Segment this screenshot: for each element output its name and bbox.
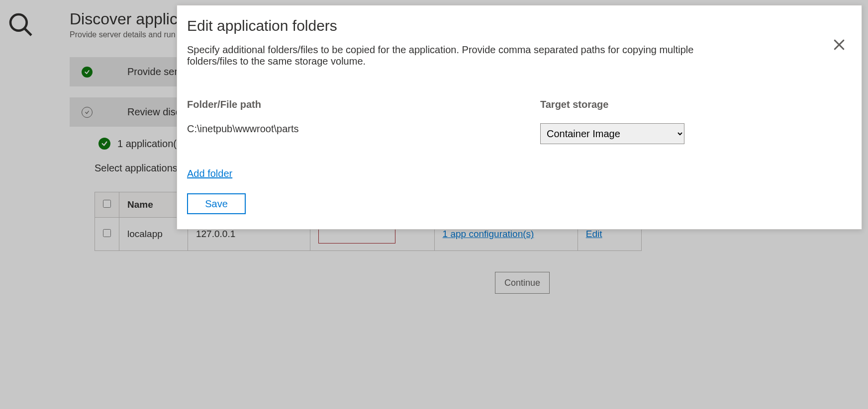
target-storage-label: Target storage (540, 99, 684, 110)
modal-overlay: Edit application folders Specify additio… (0, 0, 868, 409)
edit-application-folders-dialog: Edit application folders Specify additio… (177, 5, 862, 230)
dialog-title: Edit application folders (187, 17, 848, 34)
close-icon[interactable] (832, 37, 847, 52)
dialog-description: Specify additional folders/files to be c… (187, 44, 714, 67)
save-button[interactable]: Save (187, 193, 246, 214)
folder-path-value: C:\inetpub\wwwroot\parts (187, 123, 525, 135)
add-folder-link[interactable]: Add folder (187, 168, 232, 179)
target-storage-select[interactable]: Container Image (540, 123, 684, 144)
folder-path-label: Folder/File path (187, 99, 525, 110)
